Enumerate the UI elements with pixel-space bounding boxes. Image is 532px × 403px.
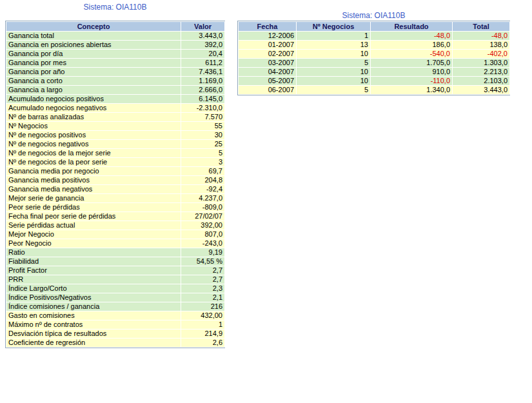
negocios-cell: 1 [297,32,371,41]
stats-row: Índice comisiones / ganancia216 [6,302,225,311]
col-header-valor: Valor [181,22,225,32]
stats-table-wrap: Concepto Valor Ganancia total3.443,0Gana… [5,21,225,348]
monthly-row: 12-20061-48,0-48,0 [239,32,510,41]
value-cell: -2.310,0 [181,104,225,113]
stats-row: Mejor Negocio807,0 [6,230,225,239]
total-cell: 3.443,0 [453,86,510,95]
monthly-row: 05-200710-110,02.103,0 [239,77,510,86]
concept-cell: Nº de negocios de la mejor serie [6,149,181,158]
stats-row: Ganancia media positivos204,8 [6,176,225,185]
negocios-cell: 10 [297,77,371,86]
total-cell: -48,0 [453,32,510,41]
value-cell: 2,1 [181,293,225,302]
concept-cell: Mejor Negocio [6,230,181,239]
value-cell: -243,0 [181,239,225,248]
stats-row: Ganancia en posiciones abiertas392,0 [6,41,225,50]
total-cell: -402,0 [453,50,510,59]
stats-row: Serie pérdidas actual392,00 [6,221,225,230]
concept-cell: Fecha final peor serie de pérdidas [6,212,181,221]
concept-cell: Nº de barras analizadas [6,113,181,122]
negocios-cell: 10 [297,50,371,59]
fecha-cell: 12-2006 [239,32,297,41]
stats-table: Concepto Valor Ganancia total3.443,0Gana… [6,21,225,348]
fecha-cell: 02-2007 [239,50,297,59]
left-stats-panel: Sistema: OIA110B Concepto Valor Ganancia… [5,0,225,348]
fecha-cell: 05-2007 [239,77,297,86]
resultado-cell: 1.705,0 [371,59,453,68]
monthly-header-row: Fecha Nº Negocios Resultado Total [239,22,510,32]
resultado-cell: -540,0 [371,50,453,59]
concept-cell: Máximo nº de contratos [6,320,181,329]
stats-row: Ganancia por mes611,2 [6,59,225,68]
value-cell: 432,00 [181,311,225,320]
col-header-fecha: Fecha [239,22,297,32]
stats-row: Ganancia total3.443,0 [6,32,225,41]
fecha-cell: 04-2007 [239,68,297,77]
value-cell: 3.443,0 [181,32,225,41]
col-header-total: Total [453,22,510,32]
fecha-cell: 03-2007 [239,59,297,68]
monthly-table: Fecha Nº Negocios Resultado Total 12-200… [238,21,510,95]
value-cell: 1.169,0 [181,77,225,86]
concept-cell: Nº de negocios positivos [6,131,181,140]
value-cell: 30 [181,131,225,140]
value-cell: 2.666,0 [181,86,225,95]
concept-cell: Fiabilidad [6,257,181,266]
monthly-row: 02-200710-540,0-402,0 [239,50,510,59]
negocios-cell: 13 [297,41,371,50]
value-cell: 4.237,0 [181,194,225,203]
stats-row: Índice Positivos/Negativos2,1 [6,293,225,302]
negocios-cell: 5 [297,59,371,68]
monthly-row: 03-200751.705,01.303,0 [239,59,510,68]
concept-cell: Ganancia media por negocio [6,167,181,176]
value-cell: 2,6 [181,339,225,348]
value-cell: 2,3 [181,284,225,293]
stats-row: Nº de negocios de la peor serie3 [6,158,225,167]
system-value: OIA110B [375,11,406,20]
value-cell: 2,7 [181,266,225,275]
resultado-cell: 910,0 [371,68,453,77]
stats-row: Mejor serie de ganancia4.237,0 [6,194,225,203]
concept-cell: Ganancia por día [6,50,181,59]
stats-row: Desviación típica de resultados214,9 [6,329,225,339]
concept-cell: Ganancia por año [6,68,181,77]
stats-header-row: Concepto Valor [6,22,225,32]
monthly-row: 01-200713186,0138,0 [239,41,510,50]
system-label: Sistema: [342,11,373,20]
resultado-cell: 1.340,0 [371,86,453,95]
stats-row: Nº Negocios55 [6,122,225,131]
concept-cell: Ganancia media positivos [6,176,181,185]
value-cell: 204,8 [181,176,225,185]
value-cell: 6.145,0 [181,95,225,104]
negocios-cell: 10 [297,68,371,77]
col-header-concepto: Concepto [6,22,181,32]
value-cell: 7.436,1 [181,68,225,77]
concept-cell: Peor Negocio [6,239,181,248]
value-cell: 20,4 [181,50,225,59]
stats-row: Máximo nº de contratos1 [6,320,225,329]
stats-row: Peor serie de pérdidas-809,0 [6,203,225,212]
stats-row: PRR2,7 [6,275,225,284]
concept-cell: Mejor serie de ganancia [6,194,181,203]
monthly-table-body: 12-20061-48,0-48,001-200713186,0138,002-… [239,32,510,95]
total-cell: 138,0 [453,41,510,50]
total-cell: 1.303,0 [453,59,510,68]
value-cell: 55 [181,122,225,131]
resultado-cell: -48,0 [371,32,453,41]
value-cell: 69,7 [181,167,225,176]
value-cell: 7.570 [181,113,225,122]
value-cell: 392,00 [181,221,225,230]
stats-row: Fecha final peor serie de pérdidas27/02/… [6,212,225,221]
value-cell: 1 [181,320,225,329]
monthly-row: 06-200751.340,03.443,0 [239,86,510,95]
value-cell: 807,0 [181,230,225,239]
statistics-window: Sistema: OIA110B Concepto Valor Ganancia… [0,0,532,403]
value-cell: 611,2 [181,59,225,68]
stats-row: Gasto en comisiones432,00 [6,311,225,320]
system-value: OIA110B [116,3,147,12]
stats-row: Ganancia a largo2.666,0 [6,86,225,95]
stats-row: Nº de negocios negativos25 [6,140,225,149]
value-cell: 3 [181,158,225,167]
stats-row: Fiabilidad54,55 % [6,257,225,266]
concept-cell: Nº de negocios de la peor serie [6,158,181,167]
